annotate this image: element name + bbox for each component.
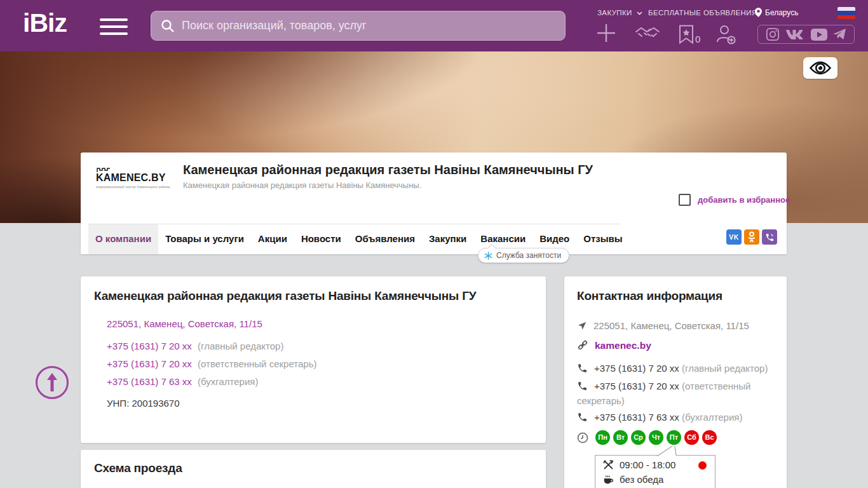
tab-promotions[interactable]: Акции — [251, 224, 294, 254]
favorite-checkbox[interactable] — [679, 194, 691, 206]
day-mon[interactable]: Пн — [595, 430, 610, 445]
phone-icon — [577, 363, 588, 374]
phone-number[interactable]: +375 (1631) 7 20 xx — [594, 381, 679, 391]
tab-ads[interactable]: Объявления — [348, 224, 422, 254]
instagram-icon[interactable] — [766, 27, 780, 41]
vk-glyph: VK — [729, 233, 739, 241]
vk-icon[interactable] — [785, 28, 806, 41]
company-tabs: О компании Товары и услуги Акции Новости… — [81, 224, 787, 254]
search-icon — [160, 18, 175, 34]
odnoklassniki-share-button[interactable] — [744, 229, 759, 245]
contact-website-row: kamenec.by — [577, 338, 775, 353]
favorites-count[interactable]: 0 — [695, 34, 700, 44]
region-label: Беларусь — [765, 8, 798, 17]
header: iBiz ЗАКУПКИ БЕСПЛАТНЫЕ ОБЪЯВЛЕНИЯ Белар… — [0, 0, 868, 51]
schedule-tooltip: 09:00 - 18:00 без обеда — [595, 455, 715, 488]
user-register-icon[interactable] — [715, 24, 736, 45]
tab-products[interactable]: Товары и услуги — [158, 224, 251, 254]
weekday-circles: Пн Вт Ср Чт Пт Сб Вс — [595, 430, 717, 445]
contacts-heading: Контактная информация — [577, 289, 722, 303]
odnoklassniki-icon — [747, 231, 757, 243]
eye-icon — [809, 60, 832, 76]
contact-phone-row: +375 (1631) 7 20 xx (главный редактор) — [577, 361, 775, 376]
day-fri[interactable]: Пт — [667, 430, 681, 445]
company-logo-subtitle: информационный портал Каменецкого района — [96, 185, 172, 189]
schedule-lunch: без обеда — [620, 474, 663, 485]
phone-number[interactable]: +375 (1631) 7 63 xx — [594, 412, 679, 423]
viber-button[interactable] — [762, 229, 777, 245]
company-address-link[interactable]: 225051, Каменец, Советская, 11/15 — [107, 318, 262, 329]
employment-service-label: Служба занятости — [496, 251, 561, 260]
phone-number[interactable]: +375 (1631) 7 20 xx — [594, 363, 679, 374]
day-wed[interactable]: Ср — [631, 430, 646, 445]
schedule-hours-row: 09:00 - 18:00 — [595, 456, 715, 470]
favorites-bookmark-icon[interactable] — [678, 25, 695, 44]
day-sun[interactable]: Вс — [702, 430, 717, 445]
contact-address: 225051, Каменец, Советская, 11/15 — [593, 320, 749, 331]
phone-note: (ответственный секретарь) — [198, 358, 316, 369]
viber-phone-icon — [765, 233, 775, 242]
header-social-links — [757, 25, 855, 44]
website-link[interactable]: kamenec.by — [595, 340, 651, 351]
employment-service-tooltip[interactable]: Служба занятости — [478, 248, 569, 263]
employment-service-icon — [484, 252, 492, 260]
youtube-icon[interactable] — [811, 29, 827, 41]
add-company-icon[interactable] — [596, 23, 616, 43]
tab-news[interactable]: Новости — [294, 224, 348, 254]
unp-number: УНП: 200193670 — [107, 398, 180, 409]
phone-note: (главный редактор) — [198, 341, 283, 351]
free-ads-link[interactable]: БЕСПЛАТНЫЕ ОБЪЯВЛЕНИЯ — [648, 9, 757, 17]
tab-procurement[interactable]: Закупки — [422, 224, 473, 254]
contact-address-row: 225051, Каменец, Советская, 11/15 — [577, 318, 775, 333]
partnership-handshake-icon[interactable] — [635, 25, 660, 43]
company-logo-title: KAMENEC.BY — [96, 172, 172, 184]
region-selector[interactable]: Беларусь — [755, 8, 798, 17]
contact-info-section: Контактная информация 225051, Каменец, С… — [564, 276, 787, 488]
tab-about[interactable]: О компании — [88, 224, 158, 254]
company-name: Каменецкая районная редакция газеты Наві… — [183, 163, 666, 177]
accessibility-eye-button[interactable] — [803, 57, 837, 79]
day-tue[interactable]: Вт — [613, 430, 628, 445]
telegram-icon[interactable] — [832, 28, 846, 41]
phone-row: +375 (1631) 7 20 xx (ответственный секре… — [107, 358, 316, 369]
contact-phone-row: +375 (1631) 7 20 xx (ответственный секре… — [577, 379, 775, 408]
search-input[interactable] — [182, 19, 556, 32]
day-sat[interactable]: Сб — [684, 430, 699, 445]
schedule-lunch-row: без обеда — [595, 470, 715, 485]
about-section: Каменецкая районная редакция газеты Наві… — [81, 276, 546, 443]
day-thu[interactable]: Чт — [649, 430, 663, 445]
contact-phone-row: +375 (1631) 7 63 xx (бухгалтерия) — [577, 410, 775, 424]
phone-row: +375 (1631) 7 63 xx (бухгалтерия) — [107, 376, 258, 387]
tab-reviews[interactable]: Отзывы — [576, 224, 629, 254]
vk-share-button[interactable]: VK — [726, 229, 742, 245]
phone-number-link[interactable]: +375 (1631) 7 63 xx — [107, 376, 192, 387]
schedule-hours: 09:00 - 18:00 — [620, 459, 675, 470]
about-heading: Каменецкая районная редакция газеты Наві… — [94, 289, 526, 303]
phone-row: +375 (1631) 7 20 xx (главный редактор) — [107, 341, 283, 351]
working-hours-row: Пн Вт Ср Чт Пт Сб Вс — [577, 430, 775, 445]
phone-note: (главный редактор) — [682, 363, 768, 374]
castle-battlement-icon — [97, 168, 111, 172]
phone-number-link[interactable]: +375 (1631) 7 20 xx — [107, 341, 192, 351]
favorite-label[interactable]: добавить в избранное — [698, 195, 790, 205]
chevron-down-icon — [637, 11, 642, 15]
search-bar — [151, 11, 566, 41]
navigation-arrow-icon — [577, 321, 587, 331]
ibiz-logo[interactable]: iBiz — [23, 8, 67, 38]
company-logo: KAMENEC.BY информационный портал Каменец… — [96, 168, 172, 189]
company-header-card: KAMENEC.BY информационный портал Каменец… — [81, 152, 787, 254]
phone-note: (бухгалтерия) — [198, 376, 258, 387]
procurement-link[interactable]: ЗАКУПКИ — [597, 9, 642, 17]
phone-number-link[interactable]: +375 (1631) 7 20 xx — [107, 358, 192, 369]
phone-note: (бухгалтерия) — [682, 412, 742, 423]
company-description: Каменецкая районная редакция газеты Наві… — [183, 180, 421, 190]
phone-icon — [577, 381, 588, 391]
scroll-to-top-button[interactable] — [36, 366, 69, 399]
language-flag-russian[interactable] — [837, 7, 855, 19]
menu-icon[interactable] — [100, 18, 128, 35]
work-tools-icon — [603, 459, 614, 470]
phone-icon — [577, 412, 588, 423]
map-section: Схема проезда — [81, 450, 546, 488]
arrow-up-icon — [45, 373, 59, 392]
coffee-cup-icon — [603, 474, 614, 485]
